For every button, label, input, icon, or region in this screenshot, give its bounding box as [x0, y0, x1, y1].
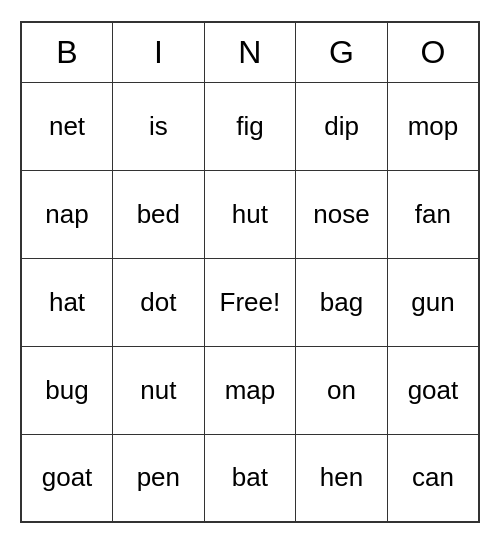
cell-r2-c4: gun [387, 258, 479, 346]
header-row: BINGO [21, 22, 479, 82]
cell-r0-c3: dip [296, 82, 388, 170]
header-col-n: N [204, 22, 296, 82]
cell-r1-c3: nose [296, 170, 388, 258]
bingo-body: netisfigdipmopnapbedhutnosefanhatdotFree… [21, 82, 479, 522]
cell-r3-c4: goat [387, 346, 479, 434]
cell-r3-c0: bug [21, 346, 113, 434]
header-col-g: G [296, 22, 388, 82]
cell-r2-c3: bag [296, 258, 388, 346]
cell-r0-c4: mop [387, 82, 479, 170]
cell-r3-c1: nut [113, 346, 205, 434]
bingo-card: BINGO netisfigdipmopnapbedhutnosefanhatd… [20, 21, 480, 523]
cell-r0-c0: net [21, 82, 113, 170]
cell-r1-c2: hut [204, 170, 296, 258]
cell-r3-c2: map [204, 346, 296, 434]
table-row: goatpenbathencan [21, 434, 479, 522]
cell-r2-c0: hat [21, 258, 113, 346]
cell-r0-c1: is [113, 82, 205, 170]
cell-r4-c2: bat [204, 434, 296, 522]
table-row: netisfigdipmop [21, 82, 479, 170]
cell-r1-c4: fan [387, 170, 479, 258]
cell-r3-c3: on [296, 346, 388, 434]
header-col-i: I [113, 22, 205, 82]
header-col-b: B [21, 22, 113, 82]
cell-r2-c1: dot [113, 258, 205, 346]
cell-r4-c0: goat [21, 434, 113, 522]
table-row: napbedhutnosefan [21, 170, 479, 258]
header-col-o: O [387, 22, 479, 82]
table-row: bugnutmapongoat [21, 346, 479, 434]
cell-r4-c4: can [387, 434, 479, 522]
cell-r4-c3: hen [296, 434, 388, 522]
cell-r2-c2: Free! [204, 258, 296, 346]
cell-r1-c0: nap [21, 170, 113, 258]
cell-r0-c2: fig [204, 82, 296, 170]
cell-r4-c1: pen [113, 434, 205, 522]
table-row: hatdotFree!baggun [21, 258, 479, 346]
cell-r1-c1: bed [113, 170, 205, 258]
